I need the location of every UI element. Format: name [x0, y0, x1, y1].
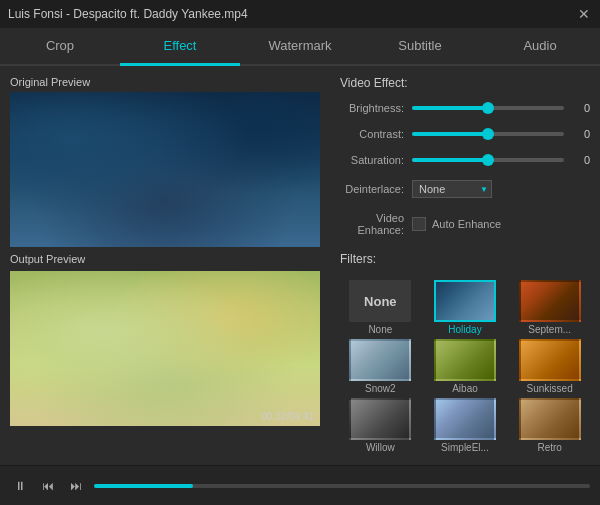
- right-panel: Video Effect: Brightness: 0 Contrast: 0 …: [340, 76, 590, 455]
- close-button[interactable]: ✕: [576, 6, 592, 22]
- tab-subtitle[interactable]: Subtitle: [360, 28, 480, 66]
- filter-simpleel-label: SimpleEl...: [441, 442, 489, 453]
- filters-title: Filters:: [340, 252, 590, 266]
- main-content: Original Preview Output Preview 00:32/04…: [0, 66, 600, 465]
- tab-watermark[interactable]: Watermark: [240, 28, 360, 66]
- filter-retro-thumb: [519, 398, 581, 440]
- tab-bar: Crop Effect Watermark Subtitle Audio: [0, 28, 600, 66]
- original-preview-label: Original Preview: [10, 76, 330, 88]
- filter-holiday-thumb: [434, 280, 496, 322]
- tab-effect[interactable]: Effect: [120, 28, 240, 66]
- filter-willow[interactable]: Willow: [340, 398, 421, 453]
- pause-button[interactable]: ⏸: [10, 476, 30, 496]
- filter-simpleel-thumb: [434, 398, 496, 440]
- filter-holiday[interactable]: Holiday: [425, 280, 506, 335]
- filter-willow-thumb: [349, 398, 411, 440]
- filter-snow2[interactable]: Snow2: [340, 339, 421, 394]
- filter-sunkissed-thumb: [519, 339, 581, 381]
- tab-crop[interactable]: Crop: [0, 28, 120, 66]
- saturation-label: Saturation:: [340, 154, 412, 166]
- filter-aibao-thumb: [434, 339, 496, 381]
- brightness-value: 0: [570, 102, 590, 114]
- filter-septem-label: Septem...: [528, 324, 571, 335]
- filter-septem-thumb: [519, 280, 581, 322]
- contrast-row: Contrast: 0: [340, 128, 590, 140]
- video-enhance-row: Video Enhance: Auto Enhance: [340, 212, 590, 236]
- filter-none[interactable]: None None: [340, 280, 421, 335]
- output-preview: 00:32/04:41: [10, 271, 320, 426]
- saturation-value: 0: [570, 154, 590, 166]
- time-display: 00:32/04:41: [261, 411, 314, 422]
- deinterlace-row: Deinterlace: None Blend Mean: [340, 180, 590, 198]
- filter-retro-label: Retro: [537, 442, 561, 453]
- tab-audio[interactable]: Audio: [480, 28, 600, 66]
- filter-snow2-thumb: [349, 339, 411, 381]
- filter-none-label: None: [368, 324, 392, 335]
- filter-simpleel[interactable]: SimpleEl...: [425, 398, 506, 453]
- video-effect-title: Video Effect:: [340, 76, 590, 90]
- filter-snow2-label: Snow2: [365, 383, 396, 394]
- title-bar: Luis Fonsi - Despacito ft. Daddy Yankee.…: [0, 0, 600, 28]
- window-title: Luis Fonsi - Despacito ft. Daddy Yankee.…: [8, 7, 248, 21]
- filter-retro[interactable]: Retro: [509, 398, 590, 453]
- brightness-label: Brightness:: [340, 102, 412, 114]
- next-button[interactable]: ⏭: [66, 476, 86, 496]
- filter-aibao[interactable]: Aibao: [425, 339, 506, 394]
- brightness-row: Brightness: 0: [340, 102, 590, 114]
- filter-aibao-label: Aibao: [452, 383, 478, 394]
- filter-willow-label: Willow: [366, 442, 395, 453]
- output-preview-label: Output Preview: [10, 253, 330, 265]
- filters-grid: None None Holiday Septem... Snow2: [340, 280, 590, 453]
- filter-none-thumb: None: [349, 280, 411, 322]
- contrast-slider[interactable]: [412, 132, 564, 136]
- filter-sunkissed-label: Sunkissed: [527, 383, 573, 394]
- deinterlace-select[interactable]: None Blend Mean: [412, 180, 492, 198]
- auto-enhance-label: Auto Enhance: [432, 218, 501, 230]
- left-panel: Original Preview Output Preview 00:32/04…: [10, 76, 330, 455]
- contrast-value: 0: [570, 128, 590, 140]
- player-progress[interactable]: [94, 484, 590, 488]
- output-preview-image: [10, 271, 320, 426]
- auto-enhance-checkbox[interactable]: [412, 217, 426, 231]
- contrast-label: Contrast:: [340, 128, 412, 140]
- filter-holiday-label: Holiday: [448, 324, 481, 335]
- saturation-slider[interactable]: [412, 158, 564, 162]
- filter-sunkissed[interactable]: Sunkissed: [509, 339, 590, 394]
- prev-button[interactable]: ⏮: [38, 476, 58, 496]
- saturation-row: Saturation: 0: [340, 154, 590, 166]
- brightness-slider[interactable]: [412, 106, 564, 110]
- original-preview: [10, 92, 320, 247]
- deinterlace-label: Deinterlace:: [340, 183, 412, 195]
- deinterlace-select-wrapper: None Blend Mean: [412, 180, 492, 198]
- player-bar: ⏸ ⏮ ⏭: [0, 465, 600, 505]
- player-progress-fill: [94, 484, 193, 488]
- filter-septem[interactable]: Septem...: [509, 280, 590, 335]
- video-enhance-label: Video Enhance:: [340, 212, 412, 236]
- original-preview-image: [10, 92, 320, 247]
